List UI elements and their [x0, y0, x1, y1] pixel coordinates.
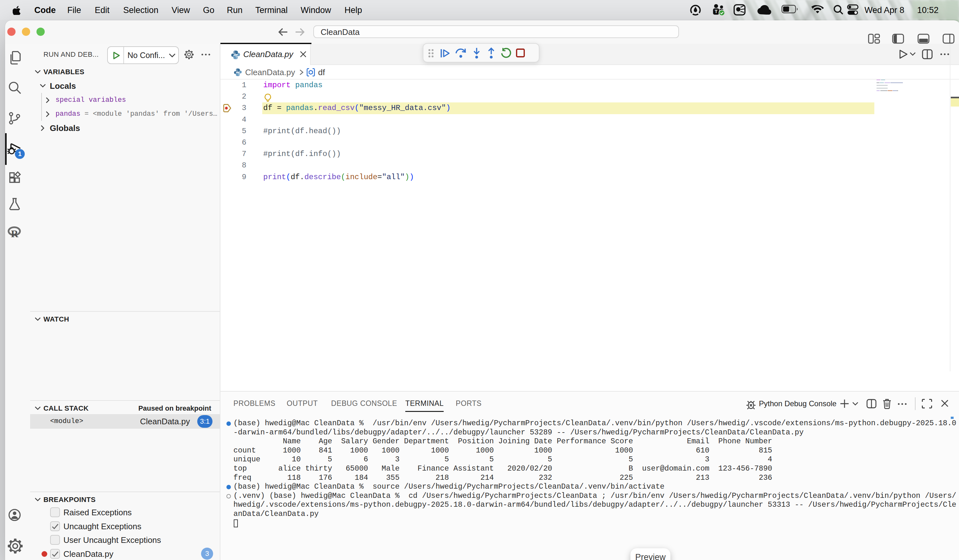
svg-text:R: R: [11, 228, 18, 239]
svg-text:T: T: [715, 9, 717, 14]
